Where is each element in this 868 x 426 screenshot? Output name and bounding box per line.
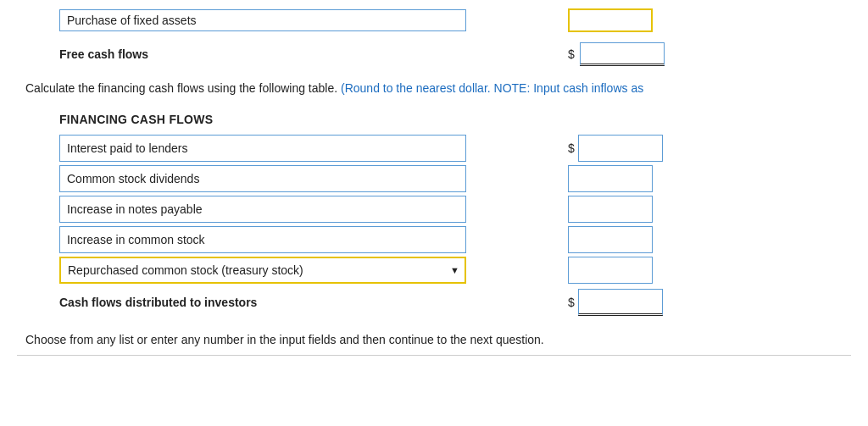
financing-label-cell-2: Common stock dividends — [59, 165, 466, 192]
financing-row-5: Repurchased common stock (treasury stock… — [59, 257, 851, 284]
instruction-text: Calculate the financing cash flows using… — [17, 80, 851, 97]
financing-title: FINANCING CASH FLOWS — [59, 113, 851, 126]
purchase-label: Purchase of fixed assets — [59, 9, 466, 31]
financing-label-1: Interest paid to lenders — [59, 135, 466, 162]
financing-input-cell-2 — [568, 165, 653, 192]
purchase-row: Purchase of fixed assets — [17, 8, 851, 32]
financing-label-cell-5: Repurchased common stock (treasury stock… — [59, 257, 466, 284]
cash-dist-row: Cash flows distributed to investors $ — [59, 289, 851, 316]
purchase-input-cell — [568, 8, 653, 32]
financing-input-1[interactable] — [578, 135, 663, 162]
bottom-instruction-text: Choose from any list or enter any number… — [25, 333, 544, 346]
bottom-instruction: Choose from any list or enter any number… — [17, 333, 851, 356]
repurchased-select[interactable]: Repurchased common stock (treasury stock… — [59, 257, 466, 284]
financing-input-cell-1: $ — [568, 135, 663, 162]
financing-label-3: Increase in notes payable — [59, 196, 466, 223]
page-wrapper: Purchase of fixed assets Free cash flows… — [0, 0, 868, 364]
financing-input-4[interactable] — [568, 226, 653, 253]
financing-input-cell-3 — [568, 196, 653, 223]
financing-label-2: Common stock dividends — [59, 165, 466, 192]
cash-dist-label: Cash flows distributed to investors — [59, 296, 466, 309]
financing-row-1: Interest paid to lenders $ — [59, 135, 851, 162]
financing-label-cell-1: Interest paid to lenders — [59, 135, 466, 162]
financing-label-4: Increase in common stock — [59, 226, 466, 253]
free-cash-row: Free cash flows $ — [17, 42, 851, 66]
cash-dist-dollar: $ — [568, 296, 575, 309]
financing-input-2[interactable] — [568, 165, 653, 192]
cash-dist-input[interactable] — [578, 289, 663, 316]
instruction-main: Calculate the financing cash flows using… — [25, 81, 337, 95]
financing-dollar-1: $ — [568, 141, 575, 155]
financing-table: Interest paid to lenders $ Common stock … — [59, 135, 851, 284]
free-cash-dollar: $ — [568, 47, 575, 61]
free-cash-input-wrapper: $ — [568, 42, 665, 66]
instruction-note: (Round to the nearest dollar. NOTE: Inpu… — [341, 81, 643, 95]
financing-input-5[interactable] — [568, 257, 653, 284]
free-cash-label: Free cash flows — [59, 47, 466, 61]
purchase-label-cell: Purchase of fixed assets — [59, 9, 466, 31]
financing-label-cell-4: Increase in common stock — [59, 226, 466, 253]
financing-row-3: Increase in notes payable — [59, 196, 851, 223]
cash-dist-input-cell: $ — [568, 289, 663, 316]
free-cash-input[interactable] — [580, 42, 665, 66]
repurchased-select-wrapper: Repurchased common stock (treasury stock… — [59, 257, 466, 284]
financing-input-cell-4 — [568, 226, 653, 253]
financing-input-cell-5 — [568, 257, 653, 284]
financing-label-cell-3: Increase in notes payable — [59, 196, 466, 223]
financing-input-3[interactable] — [568, 196, 653, 223]
financing-section: FINANCING CASH FLOWS Interest paid to le… — [17, 113, 851, 316]
financing-row-2: Common stock dividends — [59, 165, 851, 192]
financing-row-4: Increase in common stock — [59, 226, 851, 253]
purchase-input[interactable] — [568, 8, 653, 32]
